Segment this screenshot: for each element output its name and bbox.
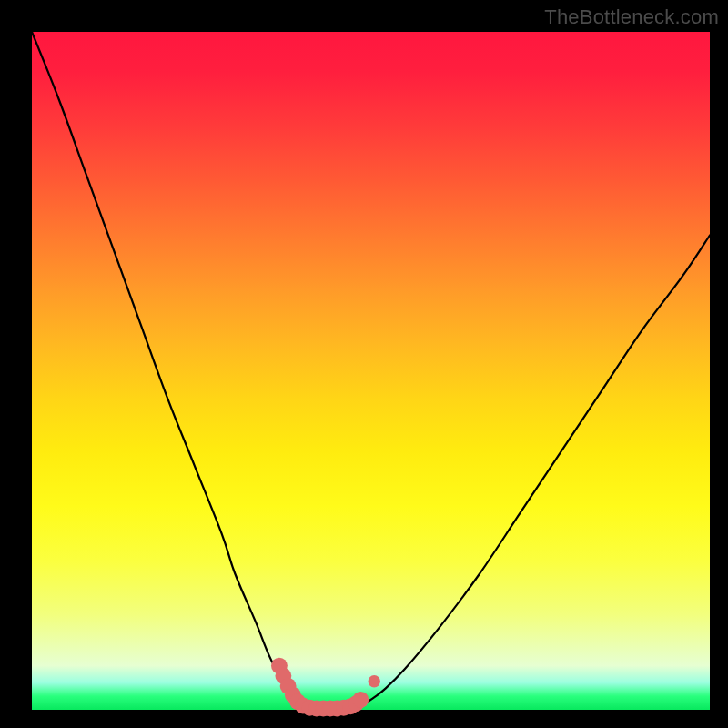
curve-right-branch (360, 236, 710, 707)
marker-dot (352, 692, 369, 708)
highlight-markers (271, 658, 380, 717)
chart-frame: TheBottleneck.com (0, 0, 728, 728)
plot-area (32, 32, 710, 710)
watermark-text: TheBottleneck.com (544, 5, 719, 29)
marker-dot (369, 675, 380, 687)
chart-svg (32, 32, 710, 710)
curve-left-branch (32, 32, 299, 706)
